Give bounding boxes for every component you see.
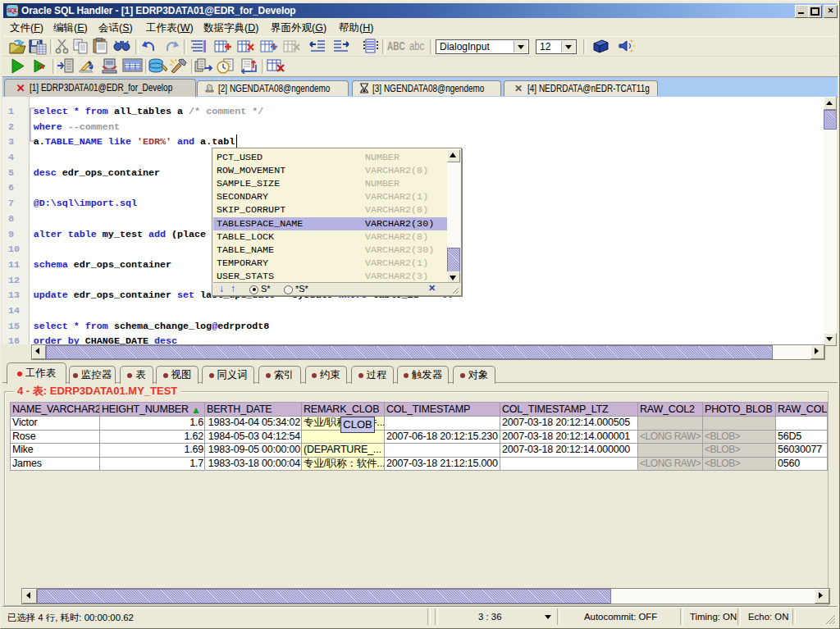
svg-text:m: m (38, 62, 44, 71)
